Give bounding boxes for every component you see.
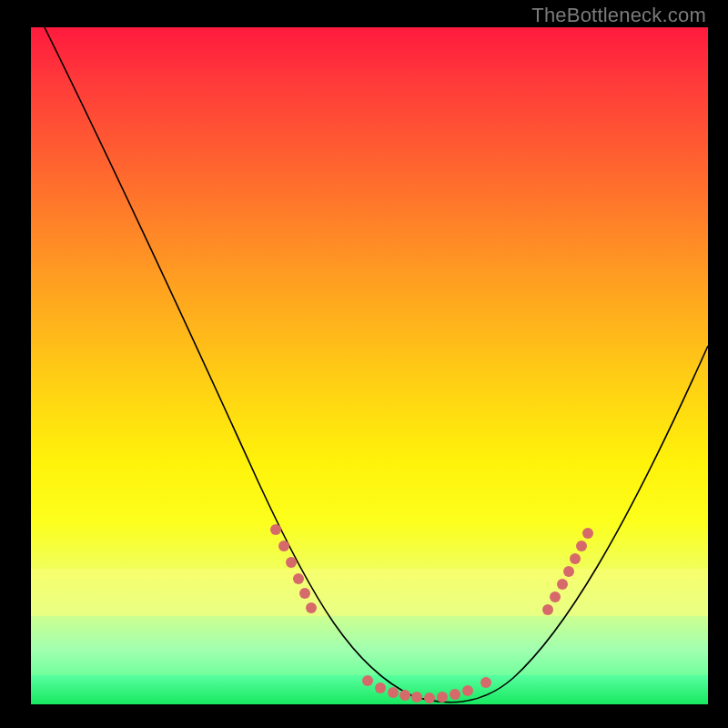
curve-dot [570,553,581,564]
curve-dot [582,528,593,539]
curve-dot [278,541,289,551]
curve-dot [563,566,574,577]
bottleneck-curve [31,0,708,703]
curve-dot [286,557,297,568]
curve-dot [399,690,410,701]
curve-dot [576,541,587,551]
curve-dot [424,693,435,703]
curve-dot [437,692,448,703]
curve-dot [557,579,568,590]
curve-dot [462,685,473,696]
curve-dot [306,602,317,613]
curve-dot [375,682,386,693]
chart-plot-area [31,27,708,704]
curve-dot [480,677,491,688]
curve-dot [411,692,422,703]
curve-dot [450,689,460,700]
curve-dot [270,524,281,535]
curve-dot [293,573,304,584]
curve-dot [388,687,399,698]
curve-dot [299,588,310,599]
curve-dot [542,604,553,615]
curve-dot [362,675,373,686]
curve-svg [31,27,708,704]
curve-dot [550,592,561,602]
watermark-text: TheBottleneck.com [531,4,706,27]
